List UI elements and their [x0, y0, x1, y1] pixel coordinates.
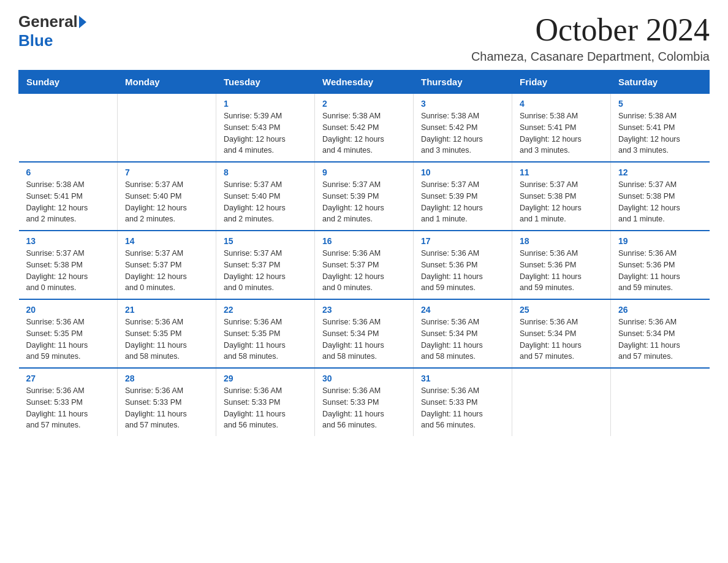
- day-number: 13: [26, 236, 110, 246]
- calendar-day-header: Wednesday: [315, 71, 414, 94]
- calendar-day-cell: 20Sunrise: 5:36 AMSunset: 5:35 PMDayligh…: [19, 299, 118, 368]
- calendar-day-cell: [611, 368, 710, 436]
- calendar-day-header: Tuesday: [216, 71, 315, 94]
- day-number: 7: [125, 167, 208, 177]
- day-number: 27: [26, 373, 110, 383]
- calendar-day-cell: 15Sunrise: 5:37 AMSunset: 5:37 PMDayligh…: [216, 231, 315, 299]
- calendar-day-cell: [118, 94, 216, 163]
- day-info: Sunrise: 5:37 AMSunset: 5:39 PMDaylight:…: [421, 179, 504, 225]
- calendar-day-cell: 3Sunrise: 5:38 AMSunset: 5:42 PMDaylight…: [414, 94, 512, 163]
- calendar-week-row: 20Sunrise: 5:36 AMSunset: 5:35 PMDayligh…: [19, 299, 710, 368]
- calendar-day-cell: 27Sunrise: 5:36 AMSunset: 5:33 PMDayligh…: [19, 368, 118, 436]
- day-number: 26: [618, 305, 702, 315]
- calendar-day-header: Friday: [512, 71, 611, 94]
- day-number: 24: [421, 305, 504, 315]
- calendar-day-cell: 18Sunrise: 5:36 AMSunset: 5:36 PMDayligh…: [512, 231, 611, 299]
- calendar-day-header: Monday: [118, 71, 216, 94]
- day-info: Sunrise: 5:36 AMSunset: 5:34 PMDaylight:…: [520, 316, 603, 362]
- day-number: 20: [26, 305, 110, 315]
- calendar-day-cell: 1Sunrise: 5:39 AMSunset: 5:43 PMDaylight…: [216, 94, 315, 163]
- calendar-day-header: Saturday: [611, 71, 710, 94]
- day-number: 31: [421, 373, 504, 383]
- logo-triangle-icon: [79, 16, 86, 28]
- logo-blue-text: Blue: [18, 31, 53, 50]
- day-info: Sunrise: 5:36 AMSunset: 5:33 PMDaylight:…: [26, 385, 110, 431]
- calendar-day-cell: 6Sunrise: 5:38 AMSunset: 5:41 PMDaylight…: [19, 162, 118, 231]
- day-info: Sunrise: 5:36 AMSunset: 5:36 PMDaylight:…: [421, 248, 504, 294]
- logo: General Blue: [18, 12, 86, 50]
- day-number: 19: [618, 236, 702, 246]
- day-number: 14: [125, 236, 208, 246]
- calendar-day-cell: 28Sunrise: 5:36 AMSunset: 5:33 PMDayligh…: [118, 368, 216, 436]
- day-number: 28: [125, 373, 208, 383]
- page-header: General Blue October 2024 Chameza, Casan…: [18, 12, 710, 64]
- calendar-week-row: 1Sunrise: 5:39 AMSunset: 5:43 PMDaylight…: [19, 94, 710, 163]
- calendar-day-cell: 30Sunrise: 5:36 AMSunset: 5:33 PMDayligh…: [315, 368, 414, 436]
- calendar-day-cell: 5Sunrise: 5:38 AMSunset: 5:41 PMDaylight…: [611, 94, 710, 163]
- calendar-day-header: Sunday: [19, 71, 118, 94]
- day-info: Sunrise: 5:37 AMSunset: 5:39 PMDaylight:…: [322, 179, 406, 225]
- day-info: Sunrise: 5:36 AMSunset: 5:34 PMDaylight:…: [421, 316, 504, 362]
- day-info: Sunrise: 5:36 AMSunset: 5:33 PMDaylight:…: [421, 385, 504, 431]
- day-number: 22: [224, 305, 307, 315]
- calendar-day-cell: 9Sunrise: 5:37 AMSunset: 5:39 PMDaylight…: [315, 162, 414, 231]
- location-title: Chameza, Casanare Department, Colombia: [471, 50, 710, 64]
- day-info: Sunrise: 5:37 AMSunset: 5:38 PMDaylight:…: [520, 179, 603, 225]
- day-number: 4: [520, 99, 603, 109]
- calendar-day-cell: 13Sunrise: 5:37 AMSunset: 5:38 PMDayligh…: [19, 231, 118, 299]
- day-info: Sunrise: 5:36 AMSunset: 5:35 PMDaylight:…: [125, 316, 208, 362]
- calendar-week-row: 13Sunrise: 5:37 AMSunset: 5:38 PMDayligh…: [19, 231, 710, 299]
- calendar-day-cell: 23Sunrise: 5:36 AMSunset: 5:34 PMDayligh…: [315, 299, 414, 368]
- day-info: Sunrise: 5:37 AMSunset: 5:40 PMDaylight:…: [224, 179, 307, 225]
- calendar-day-cell: 16Sunrise: 5:36 AMSunset: 5:37 PMDayligh…: [315, 231, 414, 299]
- calendar-week-row: 27Sunrise: 5:36 AMSunset: 5:33 PMDayligh…: [19, 368, 710, 436]
- day-info: Sunrise: 5:37 AMSunset: 5:38 PMDaylight:…: [26, 248, 110, 294]
- day-number: 11: [520, 167, 603, 177]
- day-info: Sunrise: 5:36 AMSunset: 5:36 PMDaylight:…: [520, 248, 603, 294]
- calendar-day-cell: [19, 94, 118, 163]
- day-info: Sunrise: 5:38 AMSunset: 5:41 PMDaylight:…: [520, 110, 603, 156]
- day-info: Sunrise: 5:38 AMSunset: 5:41 PMDaylight:…: [26, 179, 110, 225]
- day-info: Sunrise: 5:38 AMSunset: 5:42 PMDaylight:…: [421, 110, 504, 156]
- day-info: Sunrise: 5:37 AMSunset: 5:40 PMDaylight:…: [125, 179, 208, 225]
- day-info: Sunrise: 5:36 AMSunset: 5:35 PMDaylight:…: [224, 316, 307, 362]
- day-number: 1: [224, 99, 307, 109]
- day-info: Sunrise: 5:36 AMSunset: 5:33 PMDaylight:…: [125, 385, 208, 431]
- day-info: Sunrise: 5:36 AMSunset: 5:34 PMDaylight:…: [618, 316, 702, 362]
- day-number: 21: [125, 305, 208, 315]
- calendar-header-row: SundayMondayTuesdayWednesdayThursdayFrid…: [19, 71, 710, 94]
- day-number: 25: [520, 305, 603, 315]
- month-title: October 2024: [471, 12, 710, 47]
- day-number: 29: [224, 373, 307, 383]
- day-number: 2: [322, 99, 406, 109]
- day-number: 23: [322, 305, 406, 315]
- day-number: 12: [618, 167, 702, 177]
- day-number: 5: [618, 99, 702, 109]
- day-info: Sunrise: 5:36 AMSunset: 5:33 PMDaylight:…: [224, 385, 307, 431]
- day-number: 6: [26, 167, 110, 177]
- calendar-day-cell: 26Sunrise: 5:36 AMSunset: 5:34 PMDayligh…: [611, 299, 710, 368]
- day-info: Sunrise: 5:38 AMSunset: 5:42 PMDaylight:…: [322, 110, 406, 156]
- calendar-day-cell: 10Sunrise: 5:37 AMSunset: 5:39 PMDayligh…: [414, 162, 512, 231]
- day-number: 10: [421, 167, 504, 177]
- day-info: Sunrise: 5:37 AMSunset: 5:37 PMDaylight:…: [224, 248, 307, 294]
- day-number: 17: [421, 236, 504, 246]
- calendar-day-cell: 24Sunrise: 5:36 AMSunset: 5:34 PMDayligh…: [414, 299, 512, 368]
- day-number: 16: [322, 236, 406, 246]
- day-number: 9: [322, 167, 406, 177]
- calendar-day-cell: 17Sunrise: 5:36 AMSunset: 5:36 PMDayligh…: [414, 231, 512, 299]
- day-info: Sunrise: 5:38 AMSunset: 5:41 PMDaylight:…: [618, 110, 702, 156]
- calendar-day-cell: 4Sunrise: 5:38 AMSunset: 5:41 PMDaylight…: [512, 94, 611, 163]
- calendar-table: SundayMondayTuesdayWednesdayThursdayFrid…: [18, 70, 710, 436]
- calendar-day-cell: 19Sunrise: 5:36 AMSunset: 5:36 PMDayligh…: [611, 231, 710, 299]
- day-info: Sunrise: 5:36 AMSunset: 5:35 PMDaylight:…: [26, 316, 110, 362]
- day-number: 30: [322, 373, 406, 383]
- calendar-day-cell: 21Sunrise: 5:36 AMSunset: 5:35 PMDayligh…: [118, 299, 216, 368]
- calendar-day-cell: 12Sunrise: 5:37 AMSunset: 5:38 PMDayligh…: [611, 162, 710, 231]
- calendar-day-header: Thursday: [414, 71, 512, 94]
- calendar-day-cell: 2Sunrise: 5:38 AMSunset: 5:42 PMDaylight…: [315, 94, 414, 163]
- calendar-day-cell: 8Sunrise: 5:37 AMSunset: 5:40 PMDaylight…: [216, 162, 315, 231]
- day-info: Sunrise: 5:36 AMSunset: 5:37 PMDaylight:…: [322, 248, 406, 294]
- day-info: Sunrise: 5:36 AMSunset: 5:34 PMDaylight:…: [322, 316, 406, 362]
- day-info: Sunrise: 5:39 AMSunset: 5:43 PMDaylight:…: [224, 110, 307, 156]
